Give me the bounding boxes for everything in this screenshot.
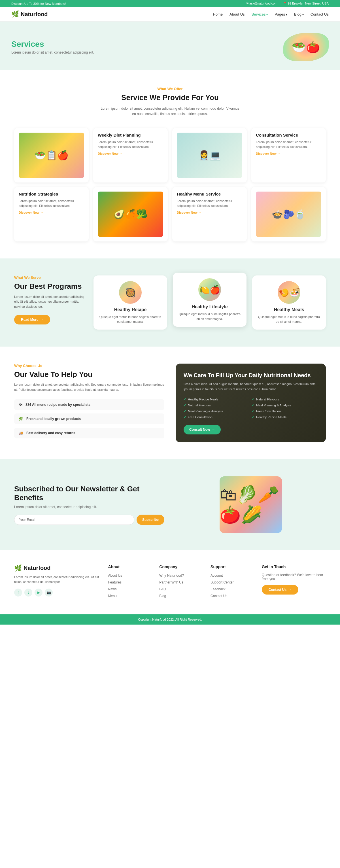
footer-tagline: Lorem ipsum dolor sit amet, consectetur … — [14, 575, 100, 585]
leaf-icon: 🌿 — [19, 417, 23, 421]
subscribe-button[interactable]: Subscribe — [136, 515, 164, 525]
feature-2: Natural Flavours Meal Planning & Analysi… — [252, 398, 318, 419]
lifestyle-title: Healthy Lifestyle — [177, 304, 242, 309]
hero-section: Services Lorem ipsum dolor sit amet, con… — [0, 22, 340, 70]
feature-1: Healthy Recipe Meals Natural Flavours Me… — [184, 398, 250, 419]
footer-about-link-2[interactable]: Features — [108, 580, 122, 584]
footer-about-item-1: About Us — [108, 573, 151, 578]
feature-item-8: Healthy Recipe Meals — [252, 415, 318, 419]
twitter-icon[interactable]: t — [24, 589, 32, 596]
meals-desc: Quisque eget metus id nunc sagittis phar… — [257, 315, 321, 324]
service-consult-link[interactable]: Discover Now — [256, 152, 321, 155]
facebook-icon[interactable]: f — [14, 589, 22, 596]
programs-title: Our Best Programs — [14, 282, 88, 291]
top-bar: Discount Up To 30% for New Members! ✉ as… — [0, 0, 340, 7]
meals-image: 🍤🍜 — [278, 281, 300, 304]
nav-home[interactable]: Home — [213, 12, 223, 17]
footer-logo-icon: 🌿 — [14, 564, 22, 572]
veggies-image: 🛍🥬🥕🍅🌽 — [220, 476, 282, 533]
footer-logo: 🌿 Naturfood — [14, 564, 100, 572]
why-right-card: We Care To Fill Up Your Daily Nutritiona… — [176, 364, 326, 442]
contact-us-button[interactable]: Contact Us — [262, 585, 298, 594]
footer-contact-heading: Get In Touch — [262, 564, 326, 569]
recipe-title: Healthy Recipe — [98, 307, 163, 312]
footer-company-link-3[interactable]: FAQ — [159, 587, 166, 591]
footer-about-link-3[interactable]: News — [108, 587, 117, 591]
why-section: Why Choose Us Our Value To Help You Lore… — [0, 347, 340, 459]
footer-logo-text: Naturfood — [24, 565, 51, 571]
hero-text: Services Lorem ipsum dolor sit amet, con… — [11, 40, 94, 54]
footer-about-link-1[interactable]: About Us — [108, 574, 122, 578]
hero-title: Services — [11, 40, 94, 49]
footer-support-list: Account Support Center Feedback Contact … — [211, 573, 253, 598]
logo-text: Naturfood — [21, 11, 48, 18]
service-menu-title: Healthy Menu Service — [177, 192, 242, 196]
feature-item-2: Natural Flavours — [184, 404, 250, 407]
feature-item-3: Meal Planning & Analysis — [184, 409, 250, 413]
newsletter-visual: 🛍🥬🥕🍅🌽 — [176, 476, 326, 533]
nav-blog[interactable]: Blog — [294, 12, 304, 17]
nav-contact[interactable]: Contact Us — [311, 12, 329, 17]
footer-support-item-1: Account — [211, 573, 253, 578]
footer-company-item-3: FAQ — [159, 587, 202, 591]
footer-grid: 🌿 Naturfood Lorem ipsum dolor sit amet, … — [14, 564, 326, 600]
why-right-content: We Care To Fill Up Your Daily Nutritiona… — [184, 372, 318, 434]
programs-inner: What We Serve Our Best Programs Lorem ip… — [14, 275, 326, 330]
logo-icon: 🌿 — [11, 10, 19, 18]
newsletter-inner: Subscribed to Our Newsletter & Get Benef… — [14, 476, 326, 533]
footer-company-link-2[interactable]: Partner With Us — [159, 580, 183, 584]
footer-company-item-2: Partner With Us — [159, 580, 202, 584]
footer-about-item-2: Features — [108, 580, 151, 584]
footer-about-list: About Us Features News Menu — [108, 573, 151, 598]
footer-support-link-2[interactable]: Support Center — [211, 580, 234, 584]
footer-support-item-3: Feedback — [211, 587, 253, 591]
newsletter-text: Subscribed to Our Newsletter & Get Benef… — [14, 485, 164, 525]
footer-support-heading: Support — [211, 564, 253, 569]
logo[interactable]: 🌿 Naturfood — [11, 10, 48, 18]
footer-support-link-4[interactable]: Contact Us — [211, 594, 227, 598]
consult-now-button[interactable]: Consult Now — [184, 425, 221, 434]
service-card-consult: Consultation Service Lorem ipsum dolor s… — [251, 128, 326, 183]
youtube-icon[interactable]: ▶ — [35, 589, 42, 596]
instagram-icon[interactable]: 📷 — [45, 589, 53, 596]
service-diet-desc: Lorem ipsum dolor sit amet, consectetur … — [98, 140, 163, 149]
features-grid: Healthy Recipe Meals Natural Flavours Me… — [184, 398, 318, 419]
why-feature-1-text: 884 All menu recipe made by specialists — [26, 403, 90, 407]
footer-about-item-3: News — [108, 587, 151, 591]
social-icons: f t ▶ 📷 — [14, 589, 100, 596]
newsletter-desc: Lorem ipsum dolor sit amet, consectetur … — [14, 505, 164, 509]
footer-contact-col: Get In Touch Question or feedback? We'd … — [262, 564, 326, 600]
meals-title: Healthy Meals — [257, 307, 321, 312]
nav-pages[interactable]: Pages — [275, 12, 287, 17]
email-input[interactable] — [14, 515, 134, 525]
utensils-icon: 🍽 — [19, 403, 22, 407]
footer-company-item-4: Blog — [159, 593, 202, 598]
lifestyle-desc: Quisque eget metus id nunc sagittis phar… — [177, 312, 242, 321]
footer-support-item-4: Contact Us — [211, 593, 253, 598]
newsletter-form: Subscribe — [14, 515, 164, 525]
service-diet-link[interactable]: Discover Now — [98, 152, 163, 155]
footer-about-link-4[interactable]: Menu — [108, 594, 117, 598]
footer-support-link-1[interactable]: Account — [211, 574, 223, 578]
read-more-button[interactable]: Read More — [14, 315, 50, 324]
service-image-bowl: 🍲🫐🍵 — [251, 187, 326, 242]
programs-intro: What We Serve Our Best Programs Lorem ip… — [14, 275, 88, 324]
header: 🌿 Naturfood Home About Us Services Pages… — [0, 7, 340, 22]
programs-desc: Lorem ipsum dolor sit amet, consectetur … — [14, 294, 88, 309]
why-left: Why Choose Us Our Value To Help You Lore… — [14, 364, 164, 441]
service-nutrition-link[interactable]: Discover Now — [19, 211, 84, 214]
footer-company-link-1[interactable]: Why Naturfood? — [159, 574, 184, 578]
main-nav: Home About Us Services Pages Blog Contac… — [213, 12, 329, 17]
nav-about[interactable]: About Us — [229, 12, 245, 17]
service-nutrition-title: Nutrition Strategies — [19, 192, 84, 196]
footer-support-link-3[interactable]: Feedback — [211, 587, 225, 591]
consult-image: 👩‍⚕️💻 — [177, 133, 242, 178]
why-feature-2: 🌿 Fresh and locally grown products — [14, 413, 164, 424]
feature-item-1: Healthy Recipe Meals — [184, 398, 250, 401]
service-menu-link[interactable]: Discover Now — [177, 211, 242, 214]
programs-section: What We Serve Our Best Programs Lorem ip… — [0, 258, 340, 347]
nav-services[interactable]: Services — [252, 12, 268, 17]
program-card-lifestyle: 🍋🍎 Healthy Lifestyle Quisque eget metus … — [173, 273, 247, 327]
footer-support-col: Support Account Support Center Feedback … — [211, 564, 253, 600]
footer-company-link-4[interactable]: Blog — [159, 594, 166, 598]
